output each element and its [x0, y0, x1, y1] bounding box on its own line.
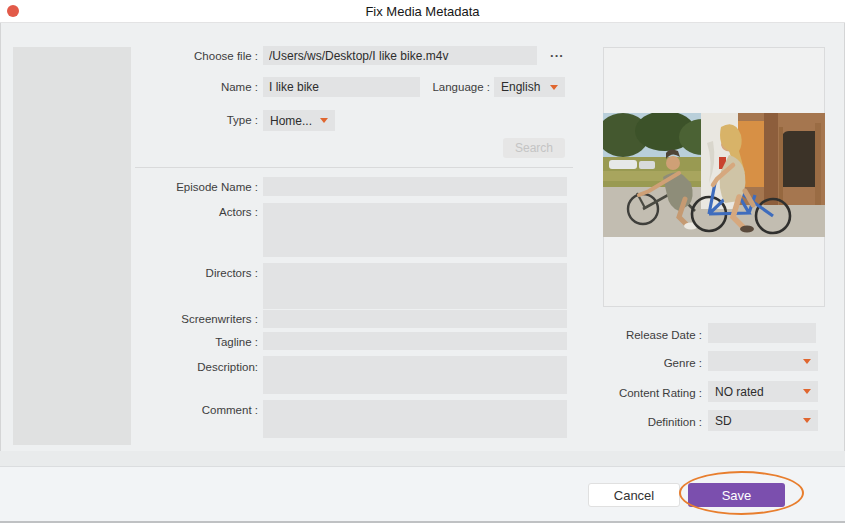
actors-input[interactable]	[263, 203, 567, 257]
title-bar: Fix Media Metadata	[0, 0, 845, 23]
tagline-label: Tagline :	[100, 336, 258, 348]
cancel-button[interactable]: Cancel	[588, 483, 680, 507]
genre-dropdown[interactable]	[708, 351, 818, 371]
comment-label: Comment :	[100, 404, 258, 416]
content-bottom-band	[0, 451, 845, 466]
artwork-placeholder-panel	[13, 47, 131, 445]
type-value: Home...	[270, 114, 312, 128]
content-rating-label: Content Rating :	[590, 387, 702, 399]
chevron-down-icon	[320, 118, 328, 123]
release-date-input[interactable]	[708, 323, 816, 343]
chevron-down-icon	[803, 418, 811, 423]
chevron-down-icon	[803, 389, 811, 394]
actors-label: Actors :	[100, 206, 258, 218]
tagline-input[interactable]	[263, 332, 567, 350]
save-button[interactable]: Save	[688, 483, 785, 507]
window-title: Fix Media Metadata	[0, 0, 845, 23]
chevron-down-icon	[803, 359, 811, 364]
name-label: Name :	[100, 81, 258, 93]
description-input[interactable]	[263, 356, 567, 394]
language-label: Language :	[378, 81, 490, 93]
definition-label: Definition :	[590, 416, 702, 428]
genre-label: Genre :	[590, 357, 702, 369]
section-divider	[135, 167, 573, 168]
directors-label: Directors :	[100, 267, 258, 279]
description-label: Description:	[100, 361, 258, 373]
type-label: Type :	[100, 114, 258, 126]
video-thumbnail	[603, 113, 825, 237]
fix-media-metadata-dialog: Fix Media Metadata Choose file : ... Nam…	[0, 0, 845, 523]
definition-value: SD	[715, 414, 732, 428]
choose-file-input[interactable]	[263, 46, 537, 65]
content-rating-value: NO rated	[715, 385, 764, 399]
content-rating-dropdown[interactable]: NO rated	[708, 381, 818, 402]
type-dropdown[interactable]: Home...	[263, 110, 335, 131]
episode-name-label: Episode Name :	[100, 181, 258, 193]
language-value: English	[501, 80, 540, 94]
comment-input[interactable]	[263, 400, 567, 438]
search-button[interactable]: Search	[503, 138, 565, 158]
directors-input[interactable]	[263, 263, 567, 309]
screenwriters-label: Screenwriters :	[100, 313, 258, 325]
language-dropdown[interactable]: English	[494, 77, 565, 97]
browse-button[interactable]: ...	[546, 46, 568, 64]
episode-name-input[interactable]	[263, 177, 567, 196]
release-date-label: Release Date :	[590, 329, 702, 341]
screenwriters-input[interactable]	[263, 310, 567, 328]
definition-dropdown[interactable]: SD	[708, 410, 818, 431]
chevron-down-icon	[550, 85, 558, 90]
choose-file-label: Choose file :	[100, 50, 258, 62]
